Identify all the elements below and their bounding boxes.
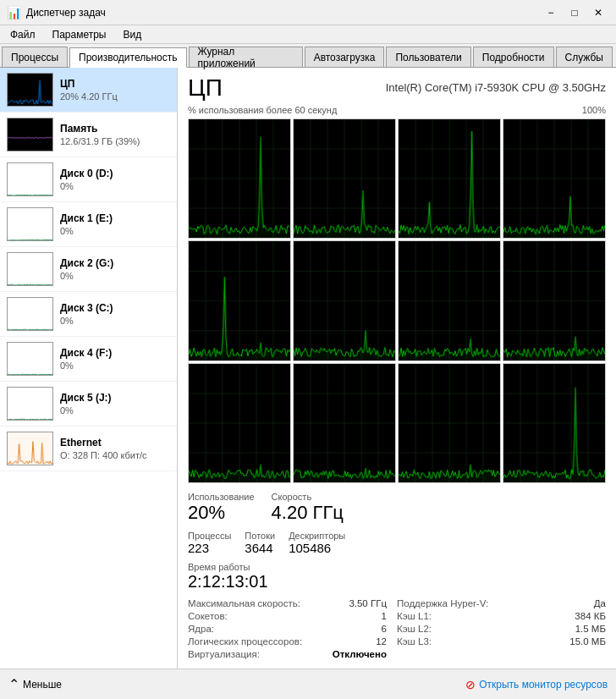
chevron-up-icon: ⌃ (8, 676, 19, 692)
usage-stat-value: 20% (188, 502, 255, 524)
title-bar: 📊 Диспетчер задач − □ ✕ (0, 0, 616, 25)
menu-bar: Файл Параметры Вид (0, 25, 616, 44)
minimize-button[interactable]: − (540, 4, 562, 21)
info-row-virt: Виртуализация: Отключено (188, 649, 397, 659)
usage-stat: Использование 20% (188, 492, 255, 524)
tab-app-history[interactable]: Журнал приложений (189, 47, 303, 67)
panel-subtitle: Intel(R) Core(TM) i7-5930K CPU @ 3.50GHz (386, 81, 606, 94)
speed-stat: Скорость 4.20 ГГц (272, 492, 344, 524)
disk2-thumb (7, 252, 53, 286)
disk4-thumb (7, 342, 53, 376)
sidebar-item-cpu[interactable]: ЦП 20% 4.20 ГГц (0, 68, 177, 113)
main-content: ЦП 20% 4.20 ГГц Память 12.6/31.9 ГБ (39%… (0, 68, 616, 669)
disk4-label: Диск 4 (F:) (60, 347, 170, 359)
eth-thumb (7, 432, 53, 465)
small-stats: Процессы 223 Потоки 3644 Дескрипторы 105… (188, 531, 606, 555)
menu-view[interactable]: Вид (116, 27, 148, 42)
less-button[interactable]: ⌃ Меньше (8, 676, 62, 692)
disk5-thumb (7, 387, 53, 421)
stats-row: Использование 20% Скорость 4.20 ГГц (188, 492, 606, 524)
info-row-l2: Кэш L2: 1.5 МБ (397, 624, 606, 634)
cpu-thumb (7, 73, 53, 107)
tab-processes[interactable]: Процессы (2, 47, 68, 67)
less-label: Меньше (23, 679, 62, 691)
monitor-button[interactable]: ⊘ Открыть монитор ресурсов (465, 678, 608, 691)
info-left: Максимальная скорость: 3.50 ГГц Сокетов:… (188, 598, 397, 662)
disk5-label: Диск 5 (J:) (60, 392, 170, 404)
disk5-value: 0% (60, 405, 170, 416)
disk4-value: 0% (60, 361, 170, 371)
cpu-cell-10 (398, 363, 501, 483)
panel-title: ЦП (188, 74, 223, 102)
disk2-label: Диск 2 (G:) (60, 257, 170, 269)
info-row-cores: Ядра: 6 (188, 624, 397, 634)
monitor-label: Открыть монитор ресурсов (479, 679, 608, 691)
sidebar-item-memory[interactable]: Память 12.6/31.9 ГБ (39%) (0, 113, 177, 157)
cpu-cell-9 (293, 363, 396, 483)
uptime-row: Время работы 2:12:13:01 (188, 562, 606, 592)
disk1-thumb (7, 207, 53, 241)
speed-stat-value: 4.20 ГГц (272, 502, 344, 524)
sidebar-item-disk2[interactable]: Диск 2 (G:) 0% (0, 247, 177, 292)
info-row-hyperv: Поддержка Hyper-V: Да (397, 598, 606, 608)
window-controls: − □ ✕ (540, 4, 609, 21)
disk1-label: Диск 1 (E:) (60, 212, 170, 224)
disk1-value: 0% (60, 226, 170, 236)
disk3-label: Диск 3 (C:) (60, 302, 170, 314)
descriptors-stat: Дескрипторы 105486 (289, 531, 345, 555)
disk3-value: 0% (60, 316, 170, 326)
cpu-cell-2 (398, 118, 501, 239)
cpu-cell-0 (188, 118, 291, 239)
disk0-value: 0% (60, 181, 170, 191)
cpu-cell-4 (188, 240, 291, 361)
cpu-value: 20% 4.20 ГГц (60, 91, 170, 102)
tab-performance[interactable]: Производительность (69, 47, 186, 68)
tab-details[interactable]: Подробности (473, 47, 554, 67)
info-row-sockets: Сокетов: 1 (188, 611, 397, 621)
tab-services[interactable]: Службы (556, 47, 613, 67)
info-row-l1: Кэш L1: 384 КБ (397, 611, 606, 621)
bottom-bar: ⌃ Меньше ⊘ Открыть монитор ресурсов (0, 669, 616, 699)
sidebar-item-disk3[interactable]: Диск 3 (C:) 0% (0, 292, 177, 337)
maximize-button[interactable]: □ (564, 4, 586, 21)
cpu-grid (188, 118, 606, 483)
info-grid: Максимальная скорость: 3.50 ГГц Сокетов:… (188, 598, 606, 662)
processes-stat: Процессы 223 (188, 531, 231, 555)
right-panel: ЦП Intel(R) Core(TM) i7-5930K CPU @ 3.50… (178, 68, 616, 669)
disk2-value: 0% (60, 271, 170, 281)
info-row-logical: Логических процессоров: 12 (188, 636, 397, 647)
eth-label: Ethernet (60, 437, 170, 449)
info-right: Поддержка Hyper-V: Да Кэш L1: 384 КБ Кэш… (397, 598, 606, 662)
app-title: Диспетчер задач (26, 7, 106, 19)
panel-header: ЦП Intel(R) Core(TM) i7-5930K CPU @ 3.50… (188, 74, 606, 102)
sidebar: ЦП 20% 4.20 ГГц Память 12.6/31.9 ГБ (39%… (0, 68, 178, 669)
tabs-bar: Процессы Производительность Журнал прило… (0, 44, 616, 68)
disk0-label: Диск 0 (D:) (60, 168, 170, 179)
sidebar-item-disk1[interactable]: Диск 1 (E:) 0% (0, 202, 177, 247)
info-row-l3: Кэш L3: 15.0 МБ (397, 636, 606, 647)
eth-value: О: 328 П: 400 кбит/с (60, 450, 170, 460)
cpu-cell-3 (503, 118, 606, 239)
menu-params[interactable]: Параметры (46, 27, 113, 42)
info-row-maxspeed: Максимальная скорость: 3.50 ГГц (188, 598, 397, 608)
cpu-label: ЦП (60, 78, 170, 90)
tab-users[interactable]: Пользователи (386, 47, 470, 67)
cpu-cell-5 (293, 240, 396, 361)
usage-percent: 100% (582, 105, 606, 115)
cpu-cell-1 (293, 118, 396, 239)
app-icon: 📊 (7, 6, 21, 19)
sidebar-item-disk5[interactable]: Диск 5 (J:) 0% (0, 382, 177, 427)
menu-file[interactable]: Файл (3, 27, 42, 42)
mem-label: Память (60, 123, 170, 135)
cpu-cell-7 (503, 240, 606, 361)
disk3-thumb (7, 297, 53, 331)
sidebar-item-disk0[interactable]: Диск 0 (D:) 0% (0, 157, 177, 202)
sidebar-item-ethernet[interactable]: Ethernet О: 328 П: 400 кбит/с (0, 427, 177, 471)
cpu-cell-11 (503, 363, 606, 483)
mem-value: 12.6/31.9 ГБ (39%) (60, 136, 170, 146)
close-button[interactable]: ✕ (587, 4, 609, 21)
sidebar-item-disk4[interactable]: Диск 4 (F:) 0% (0, 337, 177, 382)
tab-startup[interactable]: Автозагрузка (305, 47, 385, 67)
speed-stat-label: Скорость (272, 492, 344, 502)
cpu-cell-6 (398, 240, 501, 361)
